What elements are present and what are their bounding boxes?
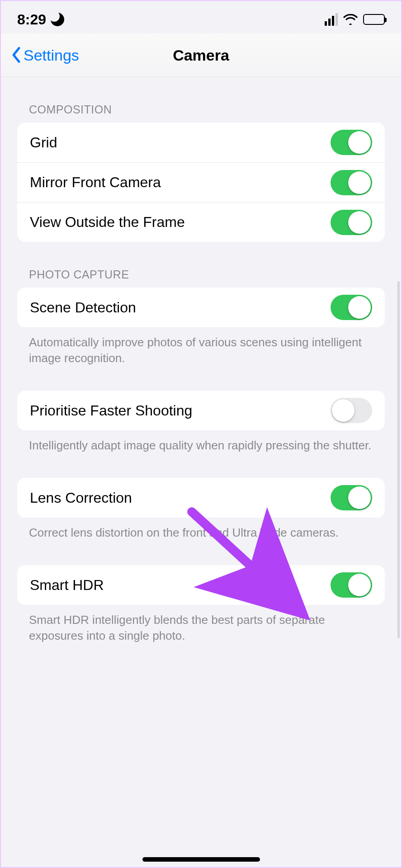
row-grid[interactable]: Grid — [17, 123, 385, 162]
switch-grid[interactable] — [331, 130, 372, 155]
row-mirror-front-camera[interactable]: Mirror Front Camera — [17, 162, 385, 202]
note-lens-correction: Correct lens distortion on the front and… — [17, 518, 385, 541]
page-title: Camera — [173, 46, 229, 64]
home-indicator[interactable] — [142, 857, 260, 862]
settings-content: Composition Grid Mirror Front Camera Vie… — [1, 77, 401, 644]
note-faster-shooting: Intelligently adapt image quality when r… — [17, 430, 385, 453]
switch-lens-correction[interactable] — [331, 485, 372, 510]
faster-shooting-group: Prioritise Faster Shooting — [17, 391, 385, 430]
switch-view-outside-frame[interactable] — [331, 210, 372, 235]
row-label: Lens Correction — [30, 490, 132, 506]
row-label: Mirror Front Camera — [30, 174, 161, 191]
row-label: Scene Detection — [30, 299, 136, 316]
cellular-signal-icon — [325, 13, 338, 26]
section-header-photo-capture: Photo Capture — [17, 242, 385, 288]
switch-scene-detection[interactable] — [331, 295, 372, 320]
do-not-disturb-icon — [51, 13, 64, 26]
row-label: Smart HDR — [30, 577, 104, 594]
chevron-left-icon — [11, 47, 21, 64]
scroll-indicator — [397, 281, 400, 638]
smart-hdr-group: Smart HDR — [17, 565, 385, 605]
switch-prioritise-faster-shooting[interactable] — [331, 398, 372, 423]
row-view-outside-frame[interactable]: View Outside the Frame — [17, 202, 385, 242]
row-smart-hdr[interactable]: Smart HDR — [17, 565, 385, 605]
row-label: View Outside the Frame — [30, 214, 185, 231]
switch-smart-hdr[interactable] — [331, 572, 372, 598]
row-label: Grid — [30, 134, 57, 151]
back-button[interactable]: Settings — [11, 46, 79, 64]
scene-detection-group: Scene Detection — [17, 288, 385, 327]
row-label: Prioritise Faster Shooting — [30, 402, 192, 419]
section-header-composition: Composition — [17, 77, 385, 123]
nav-bar: Settings Camera — [1, 33, 401, 77]
switch-mirror-front-camera[interactable] — [331, 170, 372, 195]
lens-correction-group: Lens Correction — [17, 478, 385, 518]
status-time: 8:29 — [17, 11, 46, 28]
row-scene-detection[interactable]: Scene Detection — [17, 288, 385, 327]
composition-group: Grid Mirror Front Camera View Outside th… — [17, 123, 385, 242]
back-label: Settings — [24, 46, 79, 64]
status-bar: 8:29 — [1, 1, 401, 33]
wifi-icon — [343, 14, 358, 25]
row-prioritise-faster-shooting[interactable]: Prioritise Faster Shooting — [17, 391, 385, 430]
battery-icon — [363, 14, 385, 25]
note-smart-hdr: Smart HDR intelligently blends the best … — [17, 605, 385, 644]
note-scene-detection: Automatically improve photos of various … — [17, 327, 385, 366]
row-lens-correction[interactable]: Lens Correction — [17, 478, 385, 518]
